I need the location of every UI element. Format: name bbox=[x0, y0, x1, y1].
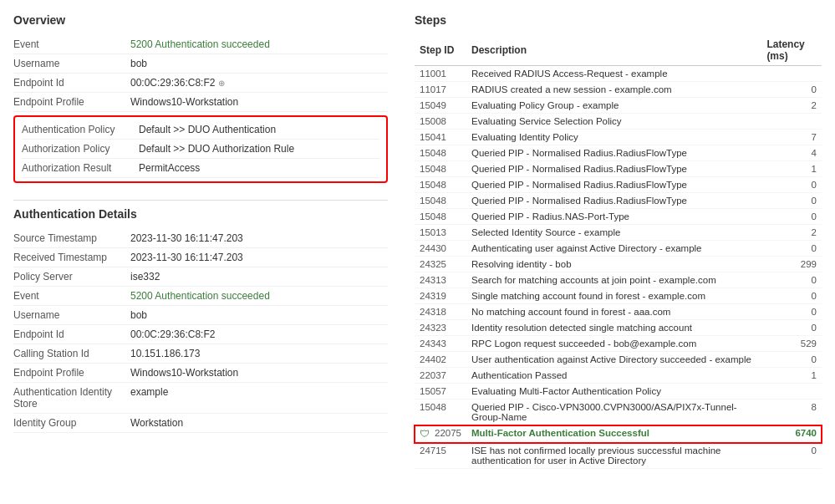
field-value: 2023-11-30 16:11:47.203 bbox=[130, 232, 388, 244]
steps-title: Steps bbox=[415, 13, 822, 27]
step-id-cell: 15057 bbox=[415, 384, 466, 400]
step-id-cell: 15048 bbox=[415, 145, 466, 161]
latency-cell: 0 bbox=[761, 352, 822, 368]
field-value: Default >> DUO Authorization Rule bbox=[139, 143, 379, 155]
table-row: 🛡22075Multi-Factor Authentication Succes… bbox=[415, 425, 822, 443]
field-label: Endpoint Profile bbox=[13, 367, 130, 379]
overview-field-row: Usernamebob bbox=[13, 54, 388, 74]
auth-field-row: Usernamebob bbox=[13, 306, 388, 325]
table-row: 15048Queried PIP - Radius.NAS-Port-Type0 bbox=[415, 209, 822, 225]
step-id-cell: 15013 bbox=[415, 225, 466, 241]
field-label: Calling Station Id bbox=[13, 348, 130, 359]
latency-cell: 0 bbox=[761, 304, 822, 320]
desc-cell: Resolving identity - bob bbox=[466, 257, 761, 272]
latency-cell: 0 bbox=[761, 209, 822, 225]
latency-cell bbox=[761, 114, 822, 130]
step-id-cell: 15048 bbox=[415, 193, 466, 209]
table-row: 15048Queried PIP - Normalised Radius.Rad… bbox=[415, 177, 822, 193]
desc-cell: Queried PIP - Radius.NAS-Port-Type bbox=[466, 209, 761, 225]
field-label: Identity Group bbox=[13, 417, 130, 429]
auth-field-row: Authentication Identity Storeexample bbox=[13, 383, 388, 414]
table-row: 15048Queried PIP - Normalised Radius.Rad… bbox=[415, 145, 822, 161]
table-row: 15048Queried PIP - Normalised Radius.Rad… bbox=[415, 161, 822, 177]
field-value: Windows10-Workstation bbox=[130, 96, 388, 108]
field-label: Event bbox=[13, 290, 130, 302]
step-id-cell: 24318 bbox=[415, 304, 466, 320]
step-id-cell: 24343 bbox=[415, 336, 466, 352]
table-row: 11001Received RADIUS Access-Request - ex… bbox=[415, 66, 822, 82]
field-label: Event bbox=[13, 38, 130, 50]
overview-field-row: Endpoint Id00:0C:29:36:C8:F2⊕ bbox=[13, 74, 388, 93]
field-value: example bbox=[130, 386, 388, 398]
latency-cell: 6740 bbox=[761, 425, 822, 443]
step-id-cell: 15048 bbox=[415, 177, 466, 193]
step-id-cell: 🛡22075 bbox=[415, 425, 466, 443]
table-row: 24402User authentication against Active … bbox=[415, 352, 822, 368]
right-panel: Steps Step ID Description Latency (ms) 1… bbox=[401, 0, 835, 504]
auth-field-row: Event5200 Authentication succeeded bbox=[13, 287, 388, 306]
desc-cell: Queried PIP - Cisco-VPN3000.CVPN3000/ASA… bbox=[466, 400, 761, 425]
step-id-cell: 15049 bbox=[415, 98, 466, 114]
latency-cell bbox=[761, 384, 822, 400]
desc-cell: Queried PIP - Normalised Radius.RadiusFl… bbox=[466, 193, 761, 209]
field-value: Windows10-Workstation bbox=[130, 367, 388, 379]
table-row: 24319Single matching account found in fo… bbox=[415, 288, 822, 304]
desc-cell: Evaluating Service Selection Policy bbox=[466, 114, 761, 130]
col-latency: Latency (ms) bbox=[761, 35, 822, 66]
step-id-cell: 11001 bbox=[415, 66, 466, 82]
overview-field-row: Event5200 Authentication succeeded bbox=[13, 35, 388, 54]
col-step-id: Step ID bbox=[415, 35, 466, 66]
latency-cell: 1 bbox=[761, 368, 822, 384]
table-row: 24343RPC Logon request succeeded - bob@e… bbox=[415, 336, 822, 352]
table-row: 22037Authentication Passed1 bbox=[415, 368, 822, 384]
field-value: 10.151.186.173 bbox=[130, 348, 388, 359]
step-id-cell: 22037 bbox=[415, 368, 466, 384]
table-row: 24430Authenticating user against Active … bbox=[415, 241, 822, 257]
latency-cell: 1 bbox=[761, 161, 822, 177]
field-label: Source Timestamp bbox=[13, 232, 130, 244]
latency-cell: 2 bbox=[761, 98, 822, 114]
step-id-cell: 11017 bbox=[415, 82, 466, 98]
section-divider bbox=[13, 200, 388, 201]
desc-cell: Authenticating user against Active Direc… bbox=[466, 241, 761, 257]
field-label: Policy Server bbox=[13, 271, 130, 283]
table-row: 15048Queried PIP - Normalised Radius.Rad… bbox=[415, 193, 822, 209]
auth-details-title: Authentication Details bbox=[13, 207, 388, 221]
auth-field-row: Source Timestamp2023-11-30 16:11:47.203 bbox=[13, 229, 388, 248]
table-row: 24325Resolving identity - bob299 bbox=[415, 257, 822, 272]
desc-cell: Evaluating Policy Group - example bbox=[466, 98, 761, 114]
boxed-field-row: Authorization PolicyDefault >> DUO Autho… bbox=[22, 140, 379, 159]
field-value: Workstation bbox=[130, 417, 388, 429]
field-value: bob bbox=[130, 58, 388, 69]
copy-icon[interactable]: ⊕ bbox=[218, 79, 228, 89]
latency-cell: 0 bbox=[761, 288, 822, 304]
shield-icon: 🛡 bbox=[420, 428, 431, 440]
latency-cell: 0 bbox=[761, 320, 822, 336]
table-row: 24323Identity resolution detected single… bbox=[415, 320, 822, 336]
left-panel: Overview Event5200 Authentication succee… bbox=[0, 0, 401, 504]
field-value: Default >> DUO Authentication bbox=[139, 124, 379, 135]
field-label: Endpoint Id bbox=[13, 77, 130, 89]
table-row: 15041Evaluating Identity Policy7 bbox=[415, 130, 822, 145]
table-row: 24715ISE has not confirmed locally previ… bbox=[415, 443, 822, 469]
auth-details-section: Authentication Details Source Timestamp2… bbox=[13, 207, 388, 433]
desc-cell: Queried PIP - Normalised Radius.RadiusFl… bbox=[466, 145, 761, 161]
desc-cell: Authentication Passed bbox=[466, 368, 761, 384]
desc-cell: Single matching account found in forest … bbox=[466, 288, 761, 304]
field-value: 5200 Authentication succeeded bbox=[130, 38, 388, 50]
desc-cell: Queried PIP - Normalised Radius.RadiusFl… bbox=[466, 161, 761, 177]
field-value: bob bbox=[130, 309, 388, 321]
table-row: 24313Search for matching accounts at joi… bbox=[415, 272, 822, 288]
step-id-cell: 24402 bbox=[415, 352, 466, 368]
desc-cell: Evaluating Multi-Factor Authentication P… bbox=[466, 384, 761, 400]
table-row: 15013Selected Identity Source - example2 bbox=[415, 225, 822, 241]
desc-cell: No matching account found in forest - aa… bbox=[466, 304, 761, 320]
auth-field-row: Policy Serverise332 bbox=[13, 267, 388, 287]
latency-cell: 0 bbox=[761, 82, 822, 98]
desc-cell: Multi-Factor Authentication Successful bbox=[466, 425, 761, 443]
overview-section: Overview Event5200 Authentication succee… bbox=[13, 13, 388, 183]
latency-cell: 8 bbox=[761, 400, 822, 425]
auth-field-row: Endpoint ProfileWindows10-Workstation bbox=[13, 364, 388, 383]
latency-cell: 7 bbox=[761, 130, 822, 145]
field-label: Username bbox=[13, 309, 130, 321]
